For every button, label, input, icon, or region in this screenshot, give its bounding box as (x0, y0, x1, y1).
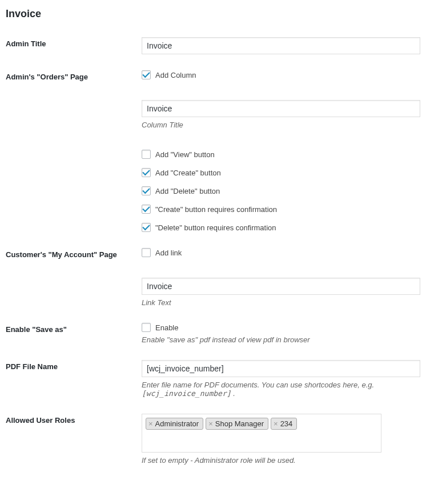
add-delete-button-label: Add "Delete" button (155, 187, 220, 195)
allowed-roles-help: If set to empty - Administrator role wil… (142, 456, 420, 465)
role-tag-234: × 234 (271, 418, 297, 430)
add-link-label: Add link (155, 249, 182, 257)
add-delete-button-checkbox[interactable] (142, 186, 151, 195)
add-create-button-checkbox[interactable] (142, 168, 151, 177)
create-confirm-label: "Create" button requires confirmation (155, 205, 277, 214)
delete-confirm-label: "Delete" button requires confirmation (155, 223, 276, 232)
add-column-label: Add Column (155, 71, 196, 79)
customer-account-label: Customer's "My Account" Page (6, 248, 142, 259)
section-title: Invoice (6, 6, 420, 29)
pdf-filename-label: PDF File Name (6, 360, 142, 371)
add-view-button-label: Add "View" button (155, 150, 215, 159)
role-tag-administrator: × Administrator (146, 418, 203, 430)
row-enable-save-as: Enable "Save as" Enable Enable "save as"… (6, 315, 420, 352)
row-allowed-roles: Allowed User Roles × Administrator × Sho… (6, 406, 420, 473)
admin-title-label: Admin Title (6, 37, 142, 48)
enable-save-as-checkbox-label: Enable (155, 323, 178, 332)
enable-save-as-checkbox[interactable] (142, 323, 151, 332)
role-tag-label: Shop Manager (215, 419, 264, 428)
role-tag-shop-manager: × Shop Manager (206, 418, 268, 430)
create-confirm-checkbox[interactable] (142, 205, 151, 214)
role-tag-label: Administrator (155, 419, 199, 428)
allowed-roles-label: Allowed User Roles (6, 414, 142, 425)
delete-confirm-checkbox[interactable] (142, 223, 151, 232)
enable-save-as-help: Enable "save as" pdf instead of view pdf… (142, 335, 420, 344)
close-icon[interactable]: × (148, 420, 153, 427)
add-link-checkbox[interactable] (142, 248, 151, 257)
close-icon[interactable]: × (208, 420, 213, 427)
add-view-button-checkbox[interactable] (142, 150, 151, 159)
allowed-roles-select[interactable]: × Administrator × Shop Manager × 234 (142, 414, 381, 453)
row-customer-account: Customer's "My Account" Page Add link Li… (6, 240, 420, 315)
admin-orders-label: Admin's "Orders" Page (6, 70, 142, 81)
pdf-filename-help: Enter file name for PDF documents. You c… (142, 381, 420, 398)
column-title-help: Column Title (142, 121, 420, 129)
link-text-input[interactable] (142, 278, 420, 295)
role-tag-label: 234 (280, 419, 293, 428)
pdf-filename-input[interactable] (142, 360, 420, 377)
admin-title-input[interactable] (142, 37, 420, 54)
row-admin-orders: Admin's "Orders" Page Add Column Column … (6, 62, 420, 240)
close-icon[interactable]: × (274, 420, 278, 427)
link-text-help: Link Text (142, 298, 420, 307)
row-admin-title: Admin Title (6, 29, 420, 62)
enable-save-as-label: Enable "Save as" (6, 323, 142, 334)
row-pdf-filename: PDF File Name Enter file name for PDF do… (6, 352, 420, 406)
add-column-checkbox[interactable] (142, 70, 151, 79)
add-create-button-label: Add "Create" button (155, 169, 221, 177)
column-title-input[interactable] (142, 100, 420, 117)
